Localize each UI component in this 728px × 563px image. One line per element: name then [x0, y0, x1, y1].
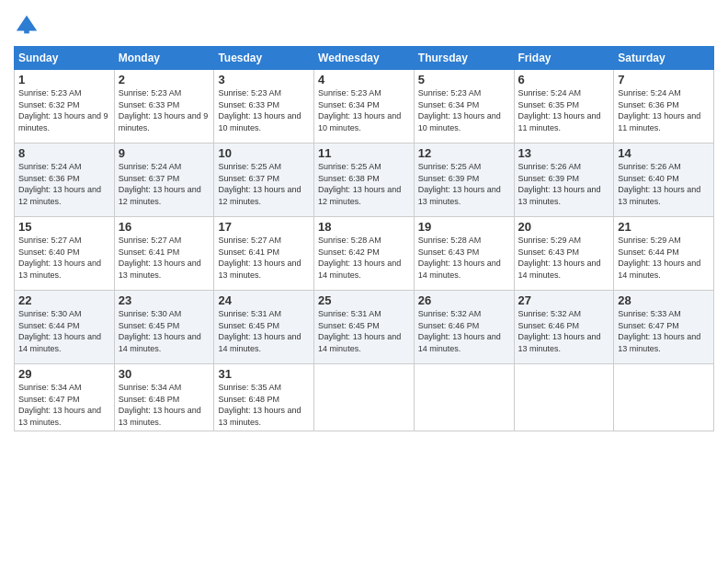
calendar-cell-day-18: 18 Sunrise: 5:28 AMSunset: 6:42 PMDaylig…	[314, 217, 415, 291]
calendar-cell-empty	[414, 364, 514, 431]
day-number: 6	[518, 73, 610, 86]
weekday-header-monday: Monday	[114, 47, 214, 70]
day-info: Sunrise: 5:26 AMSunset: 6:40 PMDaylight:…	[618, 161, 710, 207]
weekday-header-saturday: Saturday	[614, 47, 714, 70]
day-number: 15	[18, 220, 110, 234]
day-number: 5	[418, 73, 510, 86]
day-info: Sunrise: 5:31 AMSunset: 6:45 PMDaylight:…	[218, 308, 310, 354]
day-info: Sunrise: 5:24 AMSunset: 6:35 PMDaylight:…	[518, 87, 610, 133]
calendar-cell-day-26: 26 Sunrise: 5:32 AMSunset: 6:46 PMDaylig…	[414, 291, 514, 364]
svg-rect-1	[24, 27, 29, 33]
logo-icon	[14, 13, 40, 39]
calendar-cell-day-24: 24 Sunrise: 5:31 AMSunset: 6:45 PMDaylig…	[214, 291, 314, 364]
calendar-cell-empty	[314, 364, 415, 431]
weekday-header-wednesday: Wednesday	[314, 47, 415, 70]
calendar-cell-day-29: 29 Sunrise: 5:34 AMSunset: 6:47 PMDaylig…	[15, 364, 115, 431]
day-info: Sunrise: 5:34 AMSunset: 6:48 PMDaylight:…	[119, 382, 210, 428]
day-info: Sunrise: 5:23 AMSunset: 6:34 PMDaylight:…	[418, 87, 510, 133]
calendar-cell-day-5: 5 Sunrise: 5:23 AMSunset: 6:34 PMDayligh…	[414, 70, 514, 144]
day-info: Sunrise: 5:27 AMSunset: 6:41 PMDaylight:…	[119, 235, 210, 281]
calendar-cell-empty	[614, 364, 714, 431]
day-number: 23	[119, 293, 210, 307]
day-number: 19	[418, 220, 510, 234]
day-info: Sunrise: 5:25 AMSunset: 6:38 PMDaylight:…	[318, 161, 410, 207]
calendar-cell-day-4: 4 Sunrise: 5:23 AMSunset: 6:34 PMDayligh…	[314, 70, 415, 144]
calendar-cell-day-21: 21 Sunrise: 5:29 AMSunset: 6:44 PMDaylig…	[614, 217, 714, 291]
calendar-week-3: 15 Sunrise: 5:27 AMSunset: 6:40 PMDaylig…	[15, 217, 714, 291]
day-info: Sunrise: 5:26 AMSunset: 6:39 PMDaylight:…	[518, 161, 610, 207]
calendar-cell-day-19: 19 Sunrise: 5:28 AMSunset: 6:43 PMDaylig…	[414, 217, 514, 291]
day-info: Sunrise: 5:29 AMSunset: 6:44 PMDaylight:…	[618, 235, 710, 281]
day-number: 22	[18, 293, 110, 307]
day-number: 12	[418, 146, 510, 160]
weekday-header-sunday: Sunday	[15, 47, 115, 70]
calendar-cell-day-13: 13 Sunrise: 5:26 AMSunset: 6:39 PMDaylig…	[514, 144, 614, 217]
weekday-header-tuesday: Tuesday	[214, 47, 314, 70]
day-info: Sunrise: 5:30 AMSunset: 6:45 PMDaylight:…	[119, 308, 210, 354]
calendar-cell-day-30: 30 Sunrise: 5:34 AMSunset: 6:48 PMDaylig…	[114, 364, 214, 431]
day-number: 13	[518, 146, 610, 160]
calendar-cell-day-16: 16 Sunrise: 5:27 AMSunset: 6:41 PMDaylig…	[114, 217, 214, 291]
day-info: Sunrise: 5:28 AMSunset: 6:42 PMDaylight:…	[318, 235, 410, 281]
weekday-header-friday: Friday	[514, 47, 614, 70]
day-number: 3	[218, 73, 310, 86]
day-number: 7	[618, 73, 710, 86]
calendar-cell-day-15: 15 Sunrise: 5:27 AMSunset: 6:40 PMDaylig…	[15, 217, 115, 291]
day-number: 4	[318, 73, 410, 86]
day-number: 30	[119, 367, 210, 381]
logo	[14, 13, 41, 39]
day-info: Sunrise: 5:24 AMSunset: 6:36 PMDaylight:…	[618, 87, 710, 133]
day-info: Sunrise: 5:24 AMSunset: 6:37 PMDaylight:…	[119, 161, 210, 207]
calendar-cell-day-6: 6 Sunrise: 5:24 AMSunset: 6:35 PMDayligh…	[514, 70, 614, 144]
day-info: Sunrise: 5:33 AMSunset: 6:47 PMDaylight:…	[618, 308, 710, 354]
weekday-header-row: SundayMondayTuesdayWednesdayThursdayFrid…	[15, 47, 714, 70]
day-number: 18	[318, 220, 410, 234]
calendar-cell-day-12: 12 Sunrise: 5:25 AMSunset: 6:39 PMDaylig…	[414, 144, 514, 217]
day-info: Sunrise: 5:30 AMSunset: 6:44 PMDaylight:…	[18, 308, 110, 354]
day-number: 2	[119, 73, 210, 86]
calendar-cell-day-2: 2 Sunrise: 5:23 AMSunset: 6:33 PMDayligh…	[114, 70, 214, 144]
calendar-week-4: 22 Sunrise: 5:30 AMSunset: 6:44 PMDaylig…	[15, 291, 714, 364]
calendar-week-5: 29 Sunrise: 5:34 AMSunset: 6:47 PMDaylig…	[15, 364, 714, 431]
day-info: Sunrise: 5:27 AMSunset: 6:41 PMDaylight:…	[218, 235, 310, 281]
day-info: Sunrise: 5:34 AMSunset: 6:47 PMDaylight:…	[18, 382, 110, 428]
calendar-cell-day-14: 14 Sunrise: 5:26 AMSunset: 6:40 PMDaylig…	[614, 144, 714, 217]
day-info: Sunrise: 5:25 AMSunset: 6:37 PMDaylight:…	[218, 161, 310, 207]
calendar-cell-day-9: 9 Sunrise: 5:24 AMSunset: 6:37 PMDayligh…	[114, 144, 214, 217]
calendar: SundayMondayTuesdayWednesdayThursdayFrid…	[14, 46, 714, 431]
day-number: 10	[218, 146, 310, 160]
day-info: Sunrise: 5:23 AMSunset: 6:32 PMDaylight:…	[18, 87, 110, 133]
day-number: 20	[518, 220, 610, 234]
day-info: Sunrise: 5:23 AMSunset: 6:33 PMDaylight:…	[119, 87, 210, 133]
calendar-cell-day-27: 27 Sunrise: 5:32 AMSunset: 6:46 PMDaylig…	[514, 291, 614, 364]
day-number: 21	[618, 220, 710, 234]
day-info: Sunrise: 5:25 AMSunset: 6:39 PMDaylight:…	[418, 161, 510, 207]
day-info: Sunrise: 5:24 AMSunset: 6:36 PMDaylight:…	[18, 161, 110, 207]
calendar-cell-day-25: 25 Sunrise: 5:31 AMSunset: 6:45 PMDaylig…	[314, 291, 415, 364]
day-info: Sunrise: 5:35 AMSunset: 6:48 PMDaylight:…	[218, 382, 310, 428]
calendar-week-1: 1 Sunrise: 5:23 AMSunset: 6:32 PMDayligh…	[15, 70, 714, 144]
day-number: 16	[119, 220, 210, 234]
day-number: 11	[318, 146, 410, 160]
day-number: 24	[218, 293, 310, 307]
weekday-header-thursday: Thursday	[414, 47, 514, 70]
day-info: Sunrise: 5:29 AMSunset: 6:43 PMDaylight:…	[518, 235, 610, 281]
calendar-cell-day-3: 3 Sunrise: 5:23 AMSunset: 6:33 PMDayligh…	[214, 70, 314, 144]
day-number: 27	[518, 293, 610, 307]
calendar-cell-empty	[514, 364, 614, 431]
calendar-body: 1 Sunrise: 5:23 AMSunset: 6:32 PMDayligh…	[15, 70, 714, 431]
day-info: Sunrise: 5:32 AMSunset: 6:46 PMDaylight:…	[418, 308, 510, 354]
calendar-cell-day-10: 10 Sunrise: 5:25 AMSunset: 6:37 PMDaylig…	[214, 144, 314, 217]
calendar-cell-day-31: 31 Sunrise: 5:35 AMSunset: 6:48 PMDaylig…	[214, 364, 314, 431]
day-number: 8	[18, 146, 110, 160]
day-info: Sunrise: 5:31 AMSunset: 6:45 PMDaylight:…	[318, 308, 410, 354]
day-info: Sunrise: 5:23 AMSunset: 6:33 PMDaylight:…	[218, 87, 310, 133]
header	[14, 9, 714, 39]
page: SundayMondayTuesdayWednesdayThursdayFrid…	[0, 0, 728, 563]
day-info: Sunrise: 5:27 AMSunset: 6:40 PMDaylight:…	[18, 235, 110, 281]
calendar-header: SundayMondayTuesdayWednesdayThursdayFrid…	[15, 47, 714, 70]
day-number: 28	[618, 293, 710, 307]
calendar-cell-day-22: 22 Sunrise: 5:30 AMSunset: 6:44 PMDaylig…	[15, 291, 115, 364]
calendar-cell-day-23: 23 Sunrise: 5:30 AMSunset: 6:45 PMDaylig…	[114, 291, 214, 364]
calendar-week-2: 8 Sunrise: 5:24 AMSunset: 6:36 PMDayligh…	[15, 144, 714, 217]
